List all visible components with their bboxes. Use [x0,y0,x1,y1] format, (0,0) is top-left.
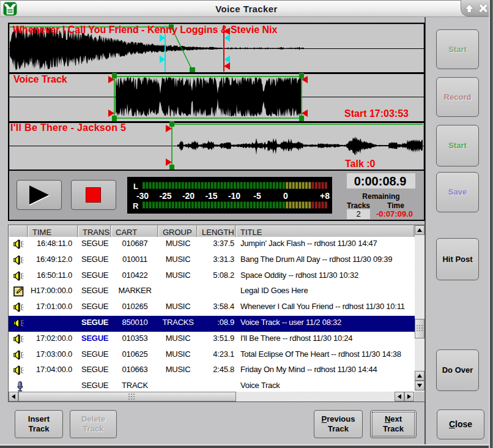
svg-text:-25: -25 [159,191,171,201]
svg-text:-20: -20 [182,191,195,201]
svg-text:0: 0 [283,191,288,201]
svg-text:-5: -5 [253,191,261,201]
svg-text:+8: +8 [320,191,330,201]
svg-text:-30: -30 [136,191,149,201]
svg-text:R: R [133,201,139,211]
svg-text:L: L [133,182,138,191]
svg-text:-10: -10 [228,191,240,201]
svg-text:-15: -15 [205,191,217,201]
